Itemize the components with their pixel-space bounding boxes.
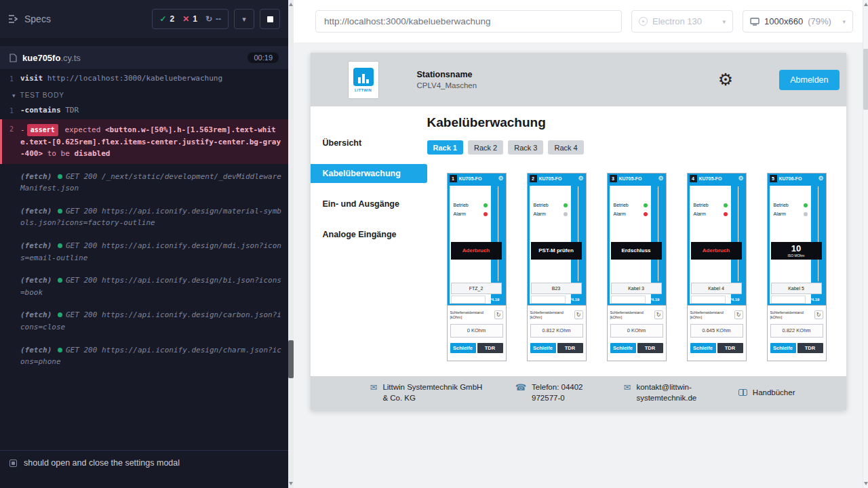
scroll-down-icon[interactable]: [289, 482, 293, 485]
scroll-up-icon[interactable]: [864, 3, 868, 6]
fetch-label: (fetch): [20, 241, 52, 250]
assert-log-row[interactable]: 2 -assert expected <button.w-[50%].h-[1.…: [0, 119, 288, 164]
collapse-button[interactable]: ▾: [234, 9, 254, 29]
schleife-button[interactable]: Schleife: [690, 343, 716, 353]
scroll-down-icon[interactable]: [864, 482, 868, 485]
rack-tab[interactable]: Rack 2: [468, 140, 503, 155]
stop-icon: [267, 16, 273, 22]
logout-button[interactable]: Abmelden: [779, 70, 839, 90]
version-row: V4.19: [451, 296, 502, 304]
device-number-badge: 3: [610, 175, 617, 182]
scrollbar-thumb[interactable]: [288, 340, 294, 378]
measurement-label: Schleifenwiderstand [kOhm]: [770, 310, 810, 320]
fetch-log-row[interactable]: (fetch) GET 200 https://api.iconify.desi…: [0, 236, 288, 268]
spec-timer: 00:19: [248, 52, 279, 63]
fetch-log-row[interactable]: (fetch) GET 200 /_next/static/developmen…: [0, 167, 288, 199]
spec-header[interactable]: kue705fo.cy.ts 00:19: [0, 46, 288, 69]
device-gear-icon[interactable]: ⚙: [738, 176, 743, 182]
line-number: [0, 309, 20, 333]
device-front-panel: BetriebAlarmPST-M prüfenB23V4.19: [528, 184, 586, 305]
refresh-icon[interactable]: ↻: [734, 310, 743, 319]
betrieb-led-icon: [644, 203, 648, 207]
cable-line: [498, 186, 498, 281]
test-body-section[interactable]: ▾ TEST BODY: [0, 85, 288, 104]
rack-tab[interactable]: Rack 3: [508, 140, 543, 155]
cable-name-field[interactable]: Kabel 3: [611, 283, 662, 294]
logo-bar: [366, 79, 369, 83]
cable-name-field[interactable]: Kabel 4: [691, 283, 742, 294]
fetch-log-row[interactable]: (fetch) GET 200 https://api.iconify.desi…: [0, 340, 288, 372]
measurement-header: Schleifenwiderstand [kOhm]↻: [690, 310, 743, 320]
schleife-button[interactable]: Schleife: [610, 343, 636, 353]
card-header: 2KÜ705-FO⚙: [528, 174, 586, 184]
fetch-log-row[interactable]: (fetch) GET 200 https://api.iconify.desi…: [0, 305, 288, 337]
device-gear-icon[interactable]: ⚙: [818, 176, 823, 182]
rack-tab[interactable]: Rack 1: [427, 140, 463, 155]
runner-scrollbar[interactable]: [288, 0, 294, 488]
footer-contact-item: ☎Telefon: 04402 972577-0: [515, 382, 596, 403]
betrieb-indicator: Betrieb: [770, 201, 811, 209]
refresh-icon[interactable]: ↻: [494, 310, 503, 319]
schleife-button[interactable]: Schleife: [450, 343, 476, 353]
display-blank: [531, 296, 566, 304]
tdr-button[interactable]: TDR: [637, 343, 663, 353]
alarm-indicator: Alarm: [610, 209, 651, 218]
tdr-button[interactable]: TDR: [557, 343, 583, 353]
contains-log-row[interactable]: 1 -contains TDR: [0, 104, 288, 117]
browser-select[interactable]: Electron 130 ▾: [631, 10, 733, 33]
sidebar-nav-item[interactable]: Ein- und Ausgänge: [311, 195, 427, 214]
rack-tab[interactable]: Rack 4: [548, 140, 583, 155]
device-gear-icon[interactable]: ⚙: [578, 176, 583, 182]
page-scrollbar[interactable]: [863, 0, 868, 488]
line-number: [0, 344, 20, 368]
fetch-log-row[interactable]: (fetch) GET 200 https://api.iconify.desi…: [0, 270, 288, 302]
refresh-icon[interactable]: ↻: [574, 310, 583, 319]
scrollbar-thumb[interactable]: [863, 49, 868, 110]
display-blank: [611, 296, 646, 304]
status-value: Erdschluss: [620, 248, 651, 254]
fetch-status: GET 200: [66, 241, 97, 250]
device-gear-icon[interactable]: ⚙: [498, 176, 503, 182]
littwin-logo: LITTWIN: [348, 61, 379, 99]
specs-sidebar-toggle[interactable]: Specs: [8, 14, 51, 24]
tdr-button[interactable]: TDR: [717, 343, 743, 353]
stop-button[interactable]: [260, 9, 280, 29]
cable-name-field[interactable]: B23: [531, 283, 582, 294]
cable-name-field[interactable]: FTZ_2: [451, 283, 502, 294]
email-icon: ✉: [623, 383, 631, 392]
betrieb-label: Betrieb: [454, 203, 469, 207]
next-test-row[interactable]: should open and close the settings modal: [0, 450, 288, 488]
device-gear-icon[interactable]: ⚙: [658, 176, 663, 182]
refresh-icon[interactable]: ↻: [814, 310, 823, 319]
viewport-select[interactable]: 1000x660 (79%) ▾: [743, 10, 853, 33]
fetch-label: (fetch): [20, 310, 52, 319]
visit-log-row[interactable]: 1 visit http://localhost:3000/kabelueber…: [0, 72, 288, 85]
measurement-section: Schleifenwiderstand [kOhm]↻0.822 KOhmSch…: [768, 305, 826, 361]
app-footer: ✉Littwin Systemtechnik GmbH & Co. KG☎Tel…: [311, 376, 846, 410]
line-number: [0, 205, 20, 229]
measurement-label: Schleifenwiderstand [kOhm]: [530, 310, 570, 320]
sidebar-nav-item[interactable]: Übersicht: [311, 134, 427, 152]
device-number-badge: 4: [690, 175, 697, 182]
schleife-button[interactable]: Schleife: [770, 343, 796, 353]
runner-toolbar: Specs ✓2 ✕1 ↻-- ▾: [0, 0, 288, 38]
scroll-up-icon[interactable]: [289, 3, 293, 6]
betrieb-indicator: Betrieb: [450, 201, 491, 209]
fetch-label: (fetch): [20, 172, 52, 181]
betrieb-label: Betrieb: [774, 203, 789, 207]
tdr-button[interactable]: TDR: [477, 343, 503, 353]
fetch-message: (fetch) GET 200 https://api.iconify.desi…: [20, 309, 281, 333]
schleife-button[interactable]: Schleife: [530, 343, 556, 353]
fetch-log-row[interactable]: (fetch) GET 200 https://api.iconify.desi…: [0, 201, 288, 233]
betrieb-indicator: Betrieb: [530, 201, 571, 209]
refresh-icon[interactable]: ↻: [654, 310, 663, 319]
alarm-label: Alarm: [614, 211, 626, 216]
settings-gear-icon[interactable]: ⚙: [718, 71, 733, 88]
sidebar-nav-item[interactable]: Analoge Eingänge: [311, 225, 427, 244]
alarm-led-icon: [724, 212, 728, 216]
sidebar-nav-item[interactable]: Kabelüberwachung: [311, 164, 427, 183]
url-input[interactable]: [315, 10, 622, 33]
cable-name-field[interactable]: Kabel 5: [771, 283, 822, 294]
rack-cards: 1KÜ705-FO⚙BetriebAlarmAderbruchFTZ_2V4.1…: [427, 173, 846, 361]
tdr-button[interactable]: TDR: [797, 343, 823, 353]
